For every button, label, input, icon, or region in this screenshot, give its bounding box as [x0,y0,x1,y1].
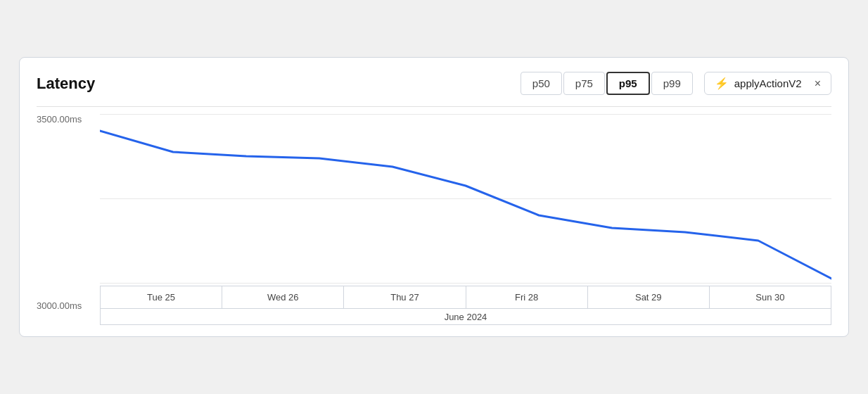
card-header: Latency p50p75p95p99 ⚡ applyActionV2 × [37,72,831,95]
x-tick-label: Wed 26 [222,286,344,308]
card-title: Latency [37,75,521,93]
y-axis-labels: 3500.00ms3000.00ms [37,114,82,325]
line-chart-svg [100,114,831,304]
percentile-btn-p75[interactable]: p75 [563,72,605,95]
latency-card: Latency p50p75p95p99 ⚡ applyActionV2 × 3… [19,57,849,337]
service-icon: ⚡ [715,77,729,90]
x-month-label: June 2024 [100,308,831,325]
x-tick-label: Thu 27 [344,286,466,308]
chart-area: 3500.00ms3000.00ms Tue 25Wed 26Thu 27Fri… [37,106,831,325]
x-tick-label: Sun 30 [710,286,831,308]
x-ticks: Tue 25Wed 26Thu 27Fri 28Sat 29Sun 30 [100,286,831,308]
y-axis-label: 3500.00ms [37,114,82,125]
percentile-btn-p99[interactable]: p99 [651,72,693,95]
chart-inner: Tue 25Wed 26Thu 27Fri 28Sat 29Sun 30 Jun… [100,114,831,325]
x-tick-label: Tue 25 [100,286,222,308]
percentile-btn-p95[interactable]: p95 [606,72,650,95]
x-tick-label: Fri 28 [466,286,588,308]
service-name: applyActionV2 [734,77,802,89]
service-filter[interactable]: ⚡ applyActionV2 × [704,72,831,95]
percentile-btn-p50[interactable]: p50 [521,72,562,95]
chart-container: 3500.00ms3000.00ms Tue 25Wed 26Thu 27Fri… [37,114,831,325]
y-axis-label: 3000.00ms [37,300,82,311]
x-tick-label: Sat 29 [588,286,710,308]
close-service-button[interactable]: × [815,77,821,90]
percentile-selector: p50p75p95p99 [521,72,693,95]
x-axis: Tue 25Wed 26Thu 27Fri 28Sat 29Sun 30 Jun… [100,286,831,325]
